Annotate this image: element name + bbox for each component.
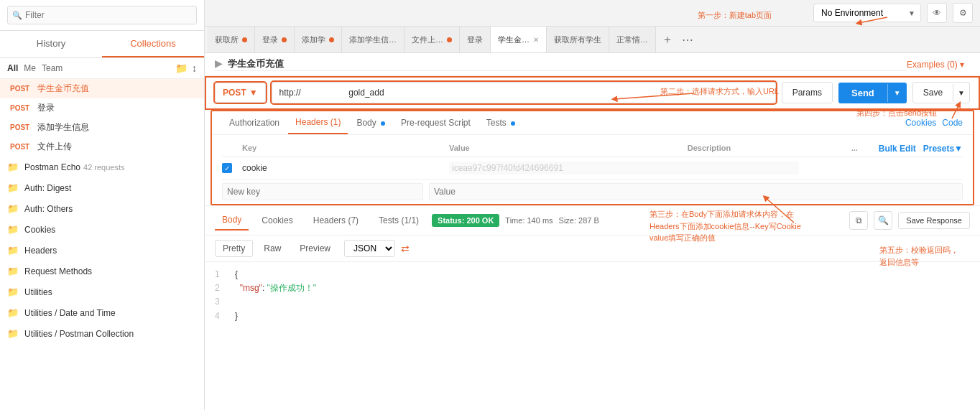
tab-4[interactable]: 文件上… <box>405 27 460 52</box>
sidebar-item-headers[interactable]: 📁 Headers <box>0 240 204 261</box>
tab-label: 添加学生信… <box>349 34 397 45</box>
save-dropdown-icon[interactable]: ▼ <box>953 84 969 102</box>
status-badge: Status: 200 OK <box>432 214 499 227</box>
line-number: 1 <box>215 268 229 281</box>
json-key: "msg" <box>240 283 262 293</box>
params-button[interactable]: Params <box>782 82 833 103</box>
req-tab-authorization[interactable]: Authorization <box>222 112 287 134</box>
response-area: Body Cookies Headers (7) Tests (1/1) Sta… <box>205 205 980 410</box>
sidebar-item-postman-echo[interactable]: 📁 Postman Echo 42 requests <box>0 157 204 177</box>
resp-tab-tests[interactable]: Tests (1/1) <box>371 211 426 230</box>
fmt-tab-pretty[interactable]: Pretty <box>215 240 253 257</box>
filter-team[interactable]: Team <box>42 63 63 73</box>
new-key-input[interactable] <box>222 183 423 200</box>
sidebar-item-label: Auth: Digest <box>24 183 71 193</box>
presets-label: Presets <box>923 144 954 154</box>
folder-icon: 📁 <box>7 245 19 256</box>
fmt-tab-preview[interactable]: Preview <box>292 240 338 257</box>
sidebar-item-auth-digest[interactable]: 📁 Auth: Digest <box>0 177 204 198</box>
header-value-cell: iceae97c997f40fd424696691 <box>449 162 799 174</box>
filter-input[interactable] <box>7 6 197 24</box>
tab-3[interactable]: 添加学生信… <box>342 27 405 52</box>
send-dropdown-icon[interactable]: ▼ <box>887 84 907 102</box>
request-name: 学生金币充值 <box>228 58 284 69</box>
folder-icon: 📁 <box>7 286 19 297</box>
folder-icon: 📁 <box>7 182 19 193</box>
examples-link[interactable]: Examples (0) ▾ <box>907 60 964 70</box>
main-panel: No Environment ▼ 👁 ⚙ 获取所 登录 添加学 添加学生信… <box>205 0 980 410</box>
headers-table: Key Value Description ... Bulk Edit Pres… <box>212 135 973 204</box>
req-tab-tests[interactable]: Tests <box>479 112 522 134</box>
tab-dot <box>447 37 452 42</box>
new-collection-icon[interactable]: 📁 <box>175 62 188 74</box>
copy-icon-button[interactable]: ⧉ <box>849 211 868 230</box>
code-link[interactable]: Code <box>942 118 963 128</box>
add-tab-icon[interactable]: ＋ <box>659 31 676 49</box>
fmt-tab-raw[interactable]: Raw <box>256 240 289 257</box>
sidebar-item-cookies[interactable]: 📁 Cookies <box>0 219 204 240</box>
format-icon[interactable]: ⇄ <box>401 243 410 254</box>
save-button[interactable]: Save ▼ <box>912 82 970 103</box>
sidebar-item-student-gold[interactable]: POST 学生金币充值 <box>0 79 204 98</box>
resp-tab-body[interactable]: Body <box>215 210 249 230</box>
more-tabs-icon[interactable]: ⋯ <box>679 32 696 48</box>
resp-tab-cookies[interactable]: Cookies <box>254 211 300 230</box>
headers-columns: Key Value Description ... Bulk Edit Pres… <box>222 141 963 157</box>
cookies-link[interactable]: Cookies <box>905 118 936 128</box>
tab-7[interactable]: 获取所有学生 <box>547 27 609 52</box>
code-line-1: 1 { <box>215 268 970 281</box>
req-tabs-right: Cookies Code <box>905 118 963 128</box>
req-tab-body[interactable]: Body <box>349 112 392 134</box>
presets-button[interactable]: Presets ▼ <box>923 144 963 154</box>
folder-icon: 📁 <box>7 203 19 214</box>
tab-label: 文件上… <box>412 34 443 45</box>
tab-label: 登录 <box>262 34 278 45</box>
line-number: 2 <box>215 281 229 295</box>
save-response-button[interactable]: Save Response <box>898 212 970 229</box>
new-value-input[interactable] <box>429 183 963 200</box>
sidebar-item-auth-others[interactable]: 📁 Auth: Others <box>0 198 204 219</box>
body-format-tabs: Pretty Raw Preview JSON ⇄ <box>205 236 980 262</box>
body-dot <box>381 121 385 126</box>
filter-all[interactable]: All <box>7 63 18 73</box>
resp-tab-headers[interactable]: Headers (7) <box>306 211 366 230</box>
sidebar-item-utilities-postman[interactable]: 📁 Utilities / Postman Collection <box>0 323 204 344</box>
req-tab-headers[interactable]: Headers (1) <box>288 111 348 134</box>
sidebar-item-add-student[interactable]: POST 添加学生信息 <box>0 118 204 137</box>
search-icon-button[interactable]: 🔍 <box>874 211 892 230</box>
code-content: { <box>235 268 238 281</box>
tab-2[interactable]: 添加学 <box>295 27 342 52</box>
sidebar-item-file-upload[interactable]: POST 文件上传 <box>0 137 204 157</box>
sidebar-item-utilities[interactable]: 📁 Utilities <box>0 281 204 302</box>
close-icon[interactable]: ✕ <box>533 36 539 44</box>
send-button[interactable]: Send ▼ <box>838 83 907 103</box>
sort-icon[interactable]: ↕ <box>192 62 197 74</box>
tab-5[interactable]: 登录 <box>460 27 491 52</box>
sidebar-item-utilities-date[interactable]: 📁 Utilities / Date and Time <box>0 302 204 323</box>
tab-1[interactable]: 登录 <box>255 27 295 52</box>
bulk-edit-button[interactable]: Bulk Edit <box>879 144 916 154</box>
method-select[interactable]: POST ▼ <box>215 83 266 103</box>
format-select[interactable]: JSON <box>344 240 395 257</box>
sidebar-item-request-methods[interactable]: 📁 Request Methods <box>0 261 204 281</box>
response-header: Body Cookies Headers (7) Tests (1/1) Sta… <box>205 206 980 236</box>
gear-icon-button[interactable]: ⚙ <box>953 3 973 23</box>
sidebar-item-label: Utilities / Date and Time <box>24 308 116 318</box>
tab-0[interactable]: 获取所 <box>208 27 255 52</box>
tab-collections[interactable]: Collections <box>102 31 204 57</box>
sidebar-item-sub: 42 requests <box>83 163 124 172</box>
req-tab-pre-request[interactable]: Pre-request Script <box>394 112 478 134</box>
url-input[interactable] <box>272 82 776 103</box>
filter-me[interactable]: Me <box>24 63 36 73</box>
search-icon: 🔍 <box>12 11 22 20</box>
code-line-4: 4 } <box>215 309 970 323</box>
tab-history[interactable]: History <box>0 31 102 57</box>
tab-8[interactable]: 正常情… <box>609 27 656 52</box>
expand-icon[interactable]: ▶ <box>215 58 222 69</box>
env-select[interactable]: No Environment <box>813 4 921 22</box>
checkbox[interactable]: ✓ <box>222 163 232 173</box>
tab-6[interactable]: 学生金… ✕ <box>491 27 547 52</box>
eye-icon-button[interactable]: 👁 <box>927 3 947 23</box>
sidebar-item-login[interactable]: POST 登录 <box>0 98 204 118</box>
line-number: 3 <box>215 295 229 309</box>
